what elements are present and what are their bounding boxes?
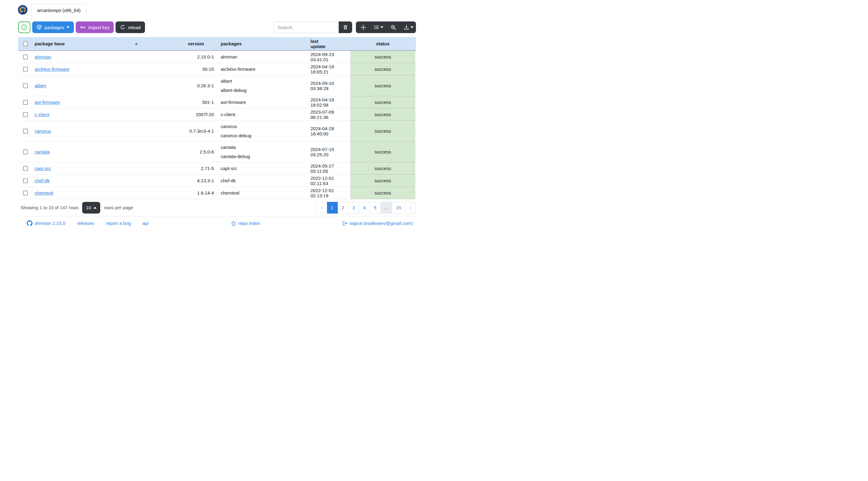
package-base-cell: canorus (32, 121, 147, 141)
row-checkbox[interactable] (23, 150, 28, 154)
last-update-cell: 2022-12-01 02:11:53 (307, 174, 350, 187)
top-bar: arcanisrepo (x86_64) (0, 0, 434, 17)
download-icon (404, 25, 409, 30)
reload-button[interactable]: reload (116, 22, 145, 33)
version-cell: 30-10 (147, 63, 218, 75)
row-select-cell (18, 141, 32, 162)
pagination-prev-button[interactable]: ‹ (316, 202, 327, 214)
row-select-cell (18, 121, 32, 141)
columns-list-button[interactable] (371, 22, 386, 33)
pager-summary-group: Showing 1 to 10 of 147 rows 10 rows per … (18, 202, 133, 214)
packages-list: cantatacantata-debug (221, 142, 250, 162)
pagination-page-5[interactable]: 5 (370, 202, 381, 214)
import-key-button[interactable]: import key (76, 22, 114, 33)
package-base-cell: aic94xx-firmware (32, 63, 147, 75)
status-badge: success (375, 166, 391, 171)
pagination-page-2[interactable]: 2 (338, 202, 348, 214)
page-size-value: 10 (86, 205, 91, 210)
select-all-checkbox[interactable] (23, 41, 28, 46)
github-version-link[interactable]: ahriman 2.15.0 (27, 220, 65, 226)
toolbar: i packages import key (18, 22, 416, 33)
row-checkbox[interactable] (23, 83, 28, 88)
table-row: albert 0.26.3-1 albertalbert-debug 2024-… (18, 75, 416, 96)
row-checkbox[interactable] (23, 178, 28, 183)
package-base-link[interactable]: aic94xx-firmware (35, 66, 69, 72)
package-base-link[interactable]: ast-firmware (35, 100, 60, 105)
logout-label: logout (esalexeev@gmail.com) (350, 221, 413, 226)
pagination-page-4[interactable]: 4 (359, 202, 370, 214)
pagination-next-button[interactable]: › (405, 202, 416, 214)
version-value: 4.13.3-1 (197, 178, 214, 183)
package-base-link[interactable]: canorus (35, 128, 51, 134)
row-select-cell (18, 96, 32, 108)
row-select-cell (18, 162, 32, 174)
releases-label: releases (77, 221, 94, 226)
packages-dropdown-button[interactable]: packages (32, 22, 74, 33)
info-button[interactable]: i (18, 22, 30, 33)
header-last-update[interactable]: last update (307, 37, 350, 50)
table-body: ahriman 2.15.0-1 ahriman 2024-09-23 03:4… (18, 51, 416, 199)
last-update-cell: 2024-05-27 03:11:00 (307, 162, 350, 174)
version-cell: 2.5.0-6 (147, 141, 218, 162)
trash-icon (343, 25, 348, 30)
header-status[interactable]: status (350, 37, 415, 50)
pagination-ellipsis-button[interactable]: ... (381, 202, 392, 214)
row-checkbox[interactable] (23, 100, 28, 105)
pagination-page-1[interactable]: 1 (327, 202, 338, 214)
row-checkbox[interactable] (23, 55, 28, 59)
page-size-dropdown[interactable]: 10 (82, 202, 100, 214)
repo-index-link[interactable]: repo index (231, 221, 260, 226)
status-cell: success (350, 162, 415, 174)
last-update-value: 2024-09-23 03:41:01 (310, 52, 347, 62)
package-name: cantata (221, 145, 250, 150)
package-base-link[interactable]: chemtool (35, 190, 53, 195)
package-base-link[interactable]: c-client (35, 112, 49, 117)
package-base-link[interactable]: cantata (35, 149, 50, 154)
fullscreen-move-button[interactable] (356, 22, 371, 33)
row-checkbox[interactable] (23, 129, 28, 134)
package-base-link[interactable]: capt-src (35, 166, 51, 171)
header-version[interactable]: version (147, 37, 218, 50)
version-value: 501-1 (202, 100, 214, 105)
packages-cell: ahriman (218, 51, 307, 63)
api-link[interactable]: api (143, 221, 149, 226)
package-base-cell: ahriman (32, 51, 147, 63)
status-cell: success (350, 121, 415, 141)
package-base-link[interactable]: albert (35, 83, 46, 88)
last-update-value: 2024-09-10 03:38:29 (310, 81, 347, 91)
zoom-in-button[interactable] (386, 22, 401, 33)
clear-search-button[interactable] (339, 22, 352, 33)
report-bug-link[interactable]: report a bug (106, 221, 131, 226)
last-update-value: 2022-12-01 02:13:19 (310, 188, 347, 198)
package-base-link[interactable]: chef-dk (35, 178, 50, 183)
last-update-cell: 2024-04-18 18:05:21 (307, 63, 350, 75)
releases-link[interactable]: releases (77, 221, 94, 226)
svg-text:i: i (24, 25, 25, 29)
header-package-base[interactable]: package base (32, 37, 147, 50)
repository-tab[interactable]: arcanisrepo (x86_64) (31, 4, 87, 17)
package-name: aic94xx-firmware (221, 66, 255, 72)
pagination-page-3[interactable]: 3 (348, 202, 359, 214)
last-update-value: 2024-04-18 18:05:21 (310, 64, 347, 74)
package-base-link[interactable]: ahriman (35, 54, 51, 59)
repository-tab-label: arcanisrepo (x86_64) (37, 8, 81, 13)
version-value: 2.15.0-1 (197, 54, 214, 59)
last-update-value: 2024-05-27 03:11:00 (310, 163, 347, 174)
last-update-value: 2024-07-15 03:25:20 (310, 147, 347, 157)
search-input[interactable] (274, 22, 339, 33)
row-checkbox[interactable] (23, 166, 28, 171)
row-checkbox[interactable] (23, 112, 28, 117)
row-checkbox[interactable] (23, 191, 28, 195)
pagination-page-15[interactable]: 15 (392, 202, 405, 214)
package-base-cell: c-client (32, 108, 147, 121)
logout-link[interactable]: logout (esalexeev@gmail.com) (342, 221, 413, 226)
last-update-cell: 2024-04-18 18:02:58 (307, 96, 350, 108)
header-packages[interactable]: packages (218, 37, 307, 50)
footer: ahriman 2.15.0 releases report a bug api… (18, 216, 416, 230)
row-checkbox[interactable] (23, 67, 28, 72)
export-download-button[interactable] (401, 22, 416, 33)
logout-icon (342, 221, 347, 226)
table-header-row: package base version packages last updat… (18, 37, 416, 51)
packages-list: chemtool (221, 188, 239, 198)
last-update-cell: 2024-09-10 03:38:29 (307, 75, 350, 96)
